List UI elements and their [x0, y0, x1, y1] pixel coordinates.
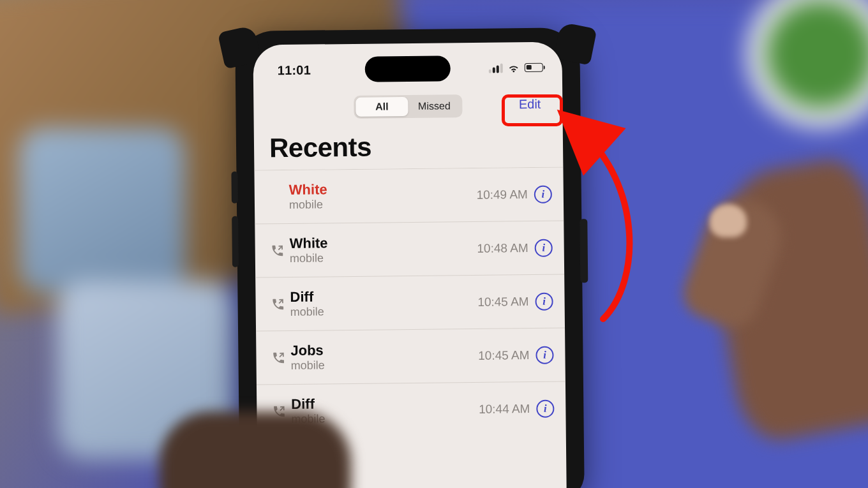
- call-label: mobile: [290, 304, 478, 319]
- status-time: 11:01: [278, 63, 311, 78]
- info-icon[interactable]: i: [536, 399, 554, 417]
- hand-left: [160, 411, 351, 488]
- edit-button[interactable]: Edit: [510, 93, 550, 115]
- call-name: Diff: [290, 287, 477, 305]
- call-row[interactable]: White mobile 10:48 AM i: [255, 220, 564, 277]
- info-icon[interactable]: i: [535, 239, 553, 256]
- call-label: mobile: [290, 250, 477, 265]
- call-time: 10:49 AM: [476, 188, 528, 202]
- info-icon[interactable]: i: [535, 346, 553, 364]
- call-name: Jobs: [290, 341, 478, 359]
- outgoing-call-icon: [271, 297, 290, 311]
- outgoing-call-icon: [271, 350, 290, 364]
- call-row[interactable]: White mobile 10:49 AM i: [254, 166, 564, 223]
- call-label: mobile: [291, 357, 479, 373]
- call-time: 10:45 AM: [477, 295, 529, 309]
- call-name: White: [289, 180, 477, 198]
- page-title: Recents: [269, 132, 371, 164]
- dynamic-island: [365, 55, 451, 82]
- info-icon[interactable]: i: [535, 292, 553, 310]
- thumbnail: [710, 204, 747, 237]
- call-label: mobile: [289, 196, 477, 212]
- call-row[interactable]: Diff mobile 10:45 AM i: [255, 274, 565, 330]
- status-icons: [489, 63, 543, 73]
- outgoing-call-icon: [271, 243, 290, 257]
- nav-bar: All Missed Edit: [253, 91, 562, 121]
- cellular-signal-icon: [489, 63, 503, 73]
- info-icon[interactable]: i: [534, 185, 552, 203]
- segment-missed[interactable]: Missed: [408, 96, 460, 116]
- wifi-icon: [507, 63, 520, 73]
- segment-all[interactable]: All: [355, 97, 408, 117]
- call-row[interactable]: Jobs mobile 10:45 AM i: [256, 327, 565, 384]
- call-time: 10:45 AM: [478, 348, 530, 363]
- call-time: 10:44 AM: [479, 402, 530, 417]
- call-time: 10:48 AM: [477, 241, 528, 256]
- call-name: White: [289, 233, 477, 251]
- call-name: Diff: [291, 394, 479, 412]
- filter-segmented-control[interactable]: All Missed: [354, 94, 462, 119]
- battery-icon: [525, 63, 543, 72]
